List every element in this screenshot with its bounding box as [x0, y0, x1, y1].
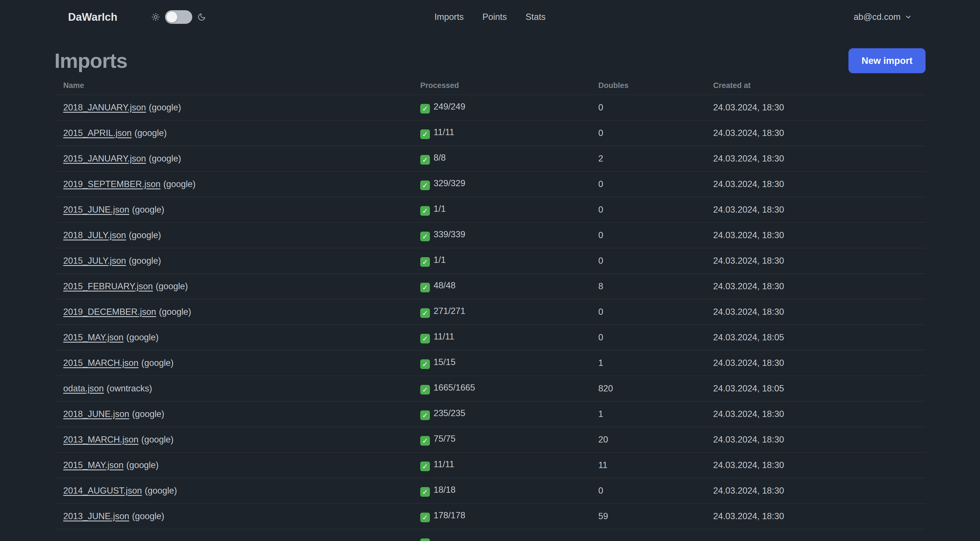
name-cell: 2019_SEPTEMBER.json(google) [54, 171, 412, 197]
doubles-count: 0 [598, 307, 603, 317]
import-file-link[interactable]: 2018_JULY.json [63, 230, 126, 240]
success-check-icon: ✓ [420, 206, 430, 216]
table-row: 2013_MARCH.json(google) ✓75/75 20 24.03.… [54, 427, 926, 452]
top-navbar: DaWarIch Imports Points Stats ab@cd.com [0, 0, 980, 34]
theme-switcher [151, 10, 206, 24]
created-at-value: 24.03.2024, 18:30 [713, 486, 784, 496]
success-check-icon: ✓ [420, 512, 430, 522]
success-check-icon: ✓ [420, 359, 430, 369]
import-file-link[interactable]: 2018_JUNE.json [63, 409, 129, 419]
import-file-link[interactable]: 2013_JUNE.json [63, 511, 129, 521]
created-at-cell: 24.03.2024, 18:30 [705, 274, 926, 299]
name-cell: 2015_JANUARY.json(google) [54, 146, 412, 171]
processed-cell: ✓235/235 [412, 401, 590, 427]
doubles-count: 820 [598, 383, 613, 393]
theme-toggle[interactable] [165, 10, 192, 24]
moon-icon [197, 13, 206, 21]
table-row: 2015_MARCH.json(google) ✓15/15 1 24.03.2… [54, 350, 926, 376]
doubles-count: 0 [598, 486, 603, 496]
name-cell: 2015_APRIL.json(google) [54, 120, 412, 146]
success-check-icon: ✓ [420, 385, 430, 394]
import-source-label: (google) [141, 434, 173, 445]
created-at-value: 24.03.2024, 18:30 [713, 460, 784, 470]
import-file-link[interactable]: 2015_APRIL.json [63, 128, 132, 138]
created-at-cell: 24.03.2024, 18:30 [705, 95, 926, 120]
created-at-cell: 24.03.2024, 18:30 [705, 504, 926, 529]
processed-cell: ✓11/11 [412, 325, 590, 350]
table-row: 2015_MAY.json(google) ✓11/11 0 24.03.202… [54, 325, 926, 350]
created-at-cell: 24.03.2024, 18:30 [705, 248, 926, 274]
name-cell: odata.json(owntracks) [54, 376, 412, 401]
table-row: 2014_AUGUST.json(google) ✓18/18 0 24.03.… [54, 478, 926, 504]
import-file-link[interactable]: 2015_MARCH.json [63, 358, 138, 368]
import-source-label: (google) [132, 409, 164, 419]
processed-cell: ✓1/1 [412, 197, 590, 223]
created-at-value: 24.03.2024, 18:05 [713, 332, 784, 342]
name-cell: 2018_JULY.json(google) [54, 223, 412, 248]
doubles-cell: 0 [590, 171, 705, 197]
page-header: Imports New import [54, 48, 926, 73]
processed-count: 8/8 [434, 153, 446, 163]
processed-cell: ✓8/8 [412, 146, 590, 171]
created-at-value: 24.03.2024, 18:30 [713, 434, 784, 445]
name-cell: 2019_DECEMBER.json(google) [54, 299, 412, 325]
doubles-count: 1 [598, 358, 603, 368]
import-file-link[interactable]: odata.json [63, 383, 104, 393]
success-check-icon: ✓ [420, 308, 430, 318]
created-at-cell: 24.03.2024, 18:30 [705, 299, 926, 325]
success-check-icon: ✓ [420, 231, 430, 241]
table-row: 2015_APRIL.json(google) ✓11/11 0 24.03.2… [54, 120, 926, 146]
import-file-link[interactable]: 2015_JULY.json [63, 256, 126, 266]
processed-cell: ✓11/11 [412, 120, 590, 146]
created-at-cell: 24.03.2024, 18:30 [705, 197, 926, 223]
table-row: 2018_JANUARY.json(google) ✓249/249 0 24.… [54, 95, 926, 120]
processed-count: 75/75 [434, 434, 456, 444]
created-at-cell: 24.03.2024, 18:30 [705, 171, 926, 197]
import-source-label: (google) [126, 332, 159, 342]
table-row: 2015_FEBRUARY.json(google) ✓48/48 8 24.0… [54, 274, 926, 299]
user-email-label: ab@cd.com [854, 12, 900, 22]
imports-table-body: 2018_JANUARY.json(google) ✓249/249 0 24.… [54, 95, 926, 541]
success-check-icon: ✓ [420, 436, 430, 445]
import-file-link[interactable]: 2015_MAY.json [63, 332, 124, 342]
table-row: odata.json(owntracks) ✓1665/1665 820 24.… [54, 376, 926, 401]
brand-logo[interactable]: DaWarIch [68, 11, 118, 23]
doubles-cell: 11 [590, 452, 705, 478]
success-check-icon: ✓ [420, 129, 430, 139]
processed-cell: ✓11/11 [412, 452, 590, 478]
nav-link-points[interactable]: Points [482, 12, 507, 22]
nav-link-imports[interactable]: Imports [434, 12, 464, 22]
import-file-link[interactable]: 2015_FEBRUARY.json [63, 281, 153, 291]
success-check-icon: ✓ [420, 538, 430, 541]
imports-table: Name Processed Doubles Created at 2018_J… [54, 77, 926, 541]
processed-count: 15/15 [434, 357, 456, 367]
doubles-count: 0 [598, 256, 603, 266]
nav-link-stats[interactable]: Stats [525, 12, 546, 22]
user-menu-button[interactable]: ab@cd.com [854, 12, 912, 22]
created-at-value: 24.03.2024, 18:05 [713, 383, 784, 393]
success-check-icon: ✓ [420, 334, 430, 343]
processed-count: 178/178 [434, 510, 465, 520]
created-at-cell: 24.03.2024, 18:30 [705, 120, 926, 146]
processed-count: 11/11 [434, 127, 454, 137]
import-source-label: (google) [156, 281, 188, 291]
import-file-link[interactable]: 2018_JANUARY.json [63, 102, 146, 112]
import-file-link[interactable]: 2015_MAY.json [63, 460, 124, 470]
doubles-cell: 0 [590, 478, 705, 504]
import-file-link[interactable]: 2014_AUGUST.json [63, 486, 142, 496]
success-check-icon: ✓ [420, 410, 430, 420]
import-source-label: (google) [134, 128, 167, 138]
import-file-link[interactable]: 2019_SEPTEMBER.json [63, 179, 161, 189]
import-file-link[interactable]: 2015_JUNE.json [63, 205, 129, 215]
import-file-link[interactable]: 2019_DECEMBER.json [63, 307, 156, 317]
import-file-link[interactable]: 2015_JANUARY.json [63, 153, 146, 163]
import-file-link[interactable]: 2013_MARCH.json [63, 434, 138, 445]
processed-count: 235/235 [434, 408, 465, 418]
import-source-label: (google) [141, 358, 173, 368]
table-row: 2015_JULY.json(google) ✓1/1 0 24.03.2024… [54, 248, 926, 274]
primary-nav: Imports Points Stats [434, 12, 546, 22]
created-at-cell [705, 529, 926, 541]
new-import-button[interactable]: New import [848, 48, 926, 73]
created-at-cell: 24.03.2024, 18:30 [705, 478, 926, 504]
name-cell: 2015_FEBRUARY.json(google) [54, 274, 412, 299]
